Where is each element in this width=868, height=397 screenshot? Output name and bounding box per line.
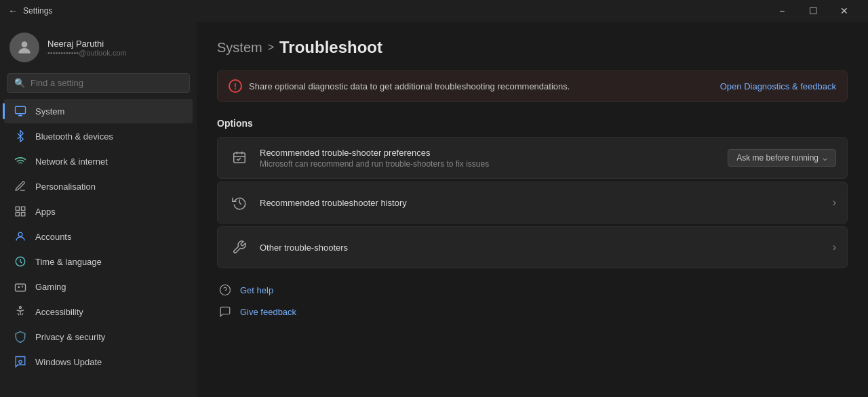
accounts-icon xyxy=(14,230,27,243)
breadcrumb-parent[interactable]: System xyxy=(217,40,262,56)
network-icon xyxy=(14,154,27,168)
option-texts-other: Other trouble-shooters xyxy=(260,243,348,253)
sidebar-label-windowsupdate: Windows Update xyxy=(35,357,102,367)
search-input[interactable] xyxy=(31,78,182,88)
sidebar-item-accessibility[interactable]: Accessibility xyxy=(4,299,193,324)
content-area: System > Troubleshoot ! Share optional d… xyxy=(197,22,868,397)
alert-icon: ! xyxy=(229,79,242,93)
sidebar-label-personalisation: Personalisation xyxy=(35,182,96,192)
diagnostics-link[interactable]: Open Diagnostics & feedback xyxy=(720,81,836,91)
alert-banner: ! Share optional diagnostic data to get … xyxy=(217,70,848,102)
sidebar-item-windowsupdate[interactable]: Windows Update xyxy=(4,350,193,374)
user-email: ••••••••••••@outlook.com xyxy=(47,49,127,57)
sidebar-label-accounts: Accounts xyxy=(35,232,71,242)
option-right-recommended: Ask me before running ⌵ xyxy=(728,149,836,167)
user-name: Neeraj Paruthi xyxy=(47,39,127,49)
back-icon[interactable]: ← xyxy=(8,5,18,16)
chevron-right-icon: › xyxy=(833,196,836,209)
sidebar-label-privacy: Privacy & security xyxy=(35,332,105,342)
alert-left: ! Share optional diagnostic data to get … xyxy=(229,79,570,93)
time-icon xyxy=(14,255,27,268)
svg-rect-5 xyxy=(16,213,19,216)
close-button[interactable]: ✕ xyxy=(829,0,860,22)
give-feedback-icon xyxy=(217,304,233,320)
sidebar-item-system[interactable]: System xyxy=(4,99,193,123)
option-texts-history: Recommended troubleshooter history xyxy=(260,198,407,208)
sidebar-item-apps[interactable]: Apps xyxy=(4,199,193,224)
breadcrumb-current: Troubleshoot xyxy=(279,38,382,57)
option-subtitle-recommended: Microsoft can recommend and run trouble-… xyxy=(260,159,489,169)
option-troubleshooter-history[interactable]: Recommended troubleshooter history › xyxy=(217,182,848,224)
title-bar-controls: − ☐ ✕ xyxy=(766,0,860,22)
options-title: Options xyxy=(217,118,848,129)
alert-text: Share optional diagnostic data to get ad… xyxy=(249,81,570,91)
svg-point-0 xyxy=(22,41,28,47)
search-box[interactable]: 🔍 xyxy=(7,73,190,93)
option-left-other: Other trouble-shooters xyxy=(229,236,348,258)
bluetooth-icon xyxy=(14,129,27,143)
option-recommended-preferences[interactable]: Recommended trouble-shooter preferences … xyxy=(217,137,848,179)
window-title: Settings xyxy=(23,6,52,16)
dropdown-label: Ask me before running xyxy=(736,153,818,163)
sidebar-label-accessibility: Accessibility xyxy=(35,307,83,317)
sidebar-label-gaming: Gaming xyxy=(35,282,66,292)
recommended-icon xyxy=(229,147,250,169)
user-profile[interactable]: Neeraj Paruthi ••••••••••••@outlook.com xyxy=(0,22,197,70)
user-info: Neeraj Paruthi ••••••••••••@outlook.com xyxy=(47,39,127,57)
sidebar-label-time: Time & language xyxy=(35,257,102,267)
option-title-other: Other trouble-shooters xyxy=(260,243,348,253)
windowsupdate-icon xyxy=(14,355,27,369)
get-help-item[interactable]: Get help xyxy=(217,282,848,298)
breadcrumb-separator: > xyxy=(268,41,274,54)
minimize-button[interactable]: − xyxy=(766,0,797,22)
svg-rect-8 xyxy=(16,284,26,291)
recommended-dropdown[interactable]: Ask me before running ⌵ xyxy=(728,149,836,167)
svg-point-6 xyxy=(18,232,22,236)
privacy-icon xyxy=(14,330,27,343)
chevron-right-icon-2: › xyxy=(833,241,836,253)
wrench-icon xyxy=(229,236,250,258)
sidebar-item-gaming[interactable]: Gaming xyxy=(4,274,193,299)
option-left-history: Recommended troubleshooter history xyxy=(229,192,407,213)
svg-rect-2 xyxy=(16,207,19,210)
svg-rect-1 xyxy=(16,106,26,114)
get-help-icon xyxy=(217,282,233,298)
personalisation-icon xyxy=(14,180,27,193)
option-right-history: › xyxy=(833,196,836,209)
sidebar-nav: System Bluetooth & devices Network & int… xyxy=(0,98,197,375)
option-other-troubleshooters[interactable]: Other trouble-shooters › xyxy=(217,226,848,268)
svg-point-9 xyxy=(20,307,22,309)
help-links: Get help Give feedback xyxy=(217,282,848,320)
option-title-history: Recommended troubleshooter history xyxy=(260,198,407,208)
sidebar-item-accounts[interactable]: Accounts xyxy=(4,224,193,249)
main-layout: Neeraj Paruthi ••••••••••••@outlook.com … xyxy=(0,22,868,397)
system-icon xyxy=(14,104,27,118)
give-feedback-text[interactable]: Give feedback xyxy=(240,307,296,317)
get-help-text[interactable]: Get help xyxy=(240,285,273,295)
apps-icon xyxy=(14,205,27,218)
svg-rect-4 xyxy=(22,213,25,216)
gaming-icon xyxy=(14,280,27,293)
svg-point-12 xyxy=(220,285,231,295)
history-icon xyxy=(229,192,250,213)
give-feedback-item[interactable]: Give feedback xyxy=(217,304,848,320)
option-left-recommended: Recommended trouble-shooter preferences … xyxy=(229,147,489,169)
maximize-button[interactable]: ☐ xyxy=(797,0,829,22)
avatar xyxy=(9,33,39,62)
sidebar-item-personalisation[interactable]: Personalisation xyxy=(4,174,193,198)
sidebar-item-bluetooth[interactable]: Bluetooth & devices xyxy=(4,124,193,148)
option-right-other: › xyxy=(833,241,836,253)
svg-point-10 xyxy=(19,360,22,364)
sidebar-item-network[interactable]: Network & internet xyxy=(4,149,193,173)
title-bar-left: ← Settings xyxy=(8,5,52,16)
sidebar-item-time[interactable]: Time & language xyxy=(4,249,193,274)
option-texts-recommended: Recommended trouble-shooter preferences … xyxy=(260,148,489,169)
title-bar: ← Settings − ☐ ✕ xyxy=(0,0,868,22)
chevron-down-icon: ⌵ xyxy=(823,153,827,163)
breadcrumb: System > Troubleshoot xyxy=(217,38,848,57)
option-title-recommended: Recommended trouble-shooter preferences xyxy=(260,148,489,158)
sidebar-item-privacy[interactable]: Privacy & security xyxy=(4,325,193,349)
sidebar-label-apps: Apps xyxy=(35,207,56,217)
sidebar-label-bluetooth: Bluetooth & devices xyxy=(35,131,113,142)
sidebar-label-network: Network & internet xyxy=(35,156,108,167)
